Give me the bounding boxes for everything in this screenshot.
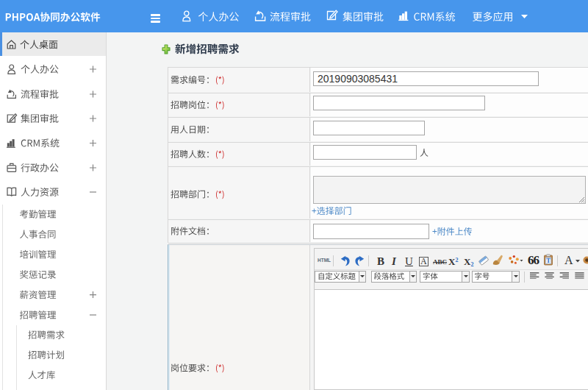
svg-text:T: T (546, 257, 551, 264)
